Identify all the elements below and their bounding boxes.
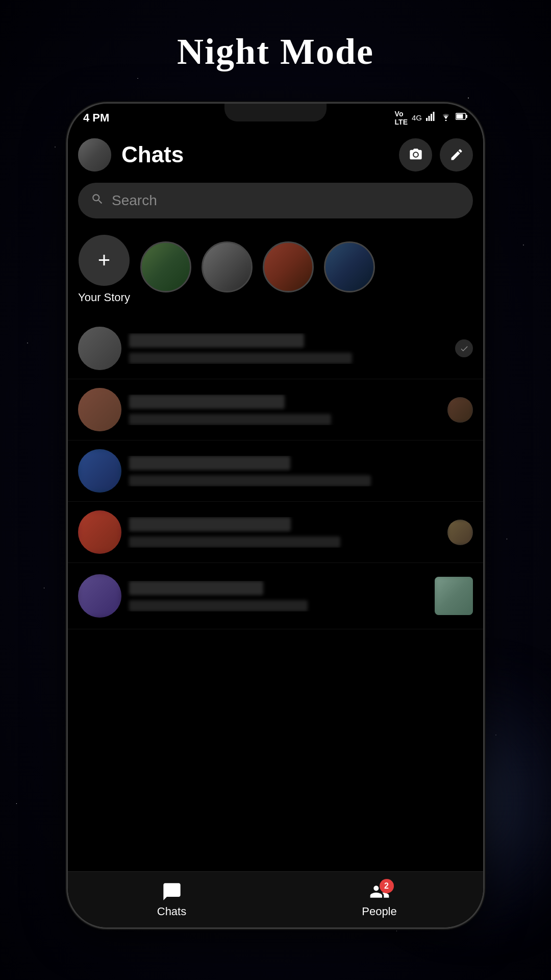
camera-button[interactable] xyxy=(399,138,432,172)
search-icon xyxy=(91,192,104,209)
svg-rect-7 xyxy=(457,114,463,119)
chat-avatar-5 xyxy=(78,574,121,618)
chat-message-4 xyxy=(129,536,340,548)
chat-avatar-2 xyxy=(78,388,121,431)
chat-avatar-3 xyxy=(78,449,121,493)
compose-button[interactable] xyxy=(440,138,473,172)
header-actions xyxy=(399,138,473,172)
phone-frame: 4 PM VoLTE 4G xyxy=(66,102,485,929)
chat-bubble-icon xyxy=(162,881,182,902)
battery-icon xyxy=(456,112,468,123)
chat-name-1 xyxy=(129,333,304,348)
chat-preview-image xyxy=(435,577,473,615)
story-avatar-4 xyxy=(324,241,375,292)
chat-message-3 xyxy=(129,475,371,486)
story-item[interactable] xyxy=(202,241,253,298)
svg-rect-0 xyxy=(426,118,428,121)
nav-item-chats[interactable]: Chats xyxy=(68,872,276,927)
add-story-button[interactable]: + xyxy=(79,235,130,286)
svg-rect-1 xyxy=(429,116,430,121)
story-item[interactable] xyxy=(263,241,314,298)
story-avatar-3 xyxy=(263,241,314,292)
chat-content-1 xyxy=(121,333,455,364)
your-story-label: Your Story xyxy=(78,291,130,304)
story-avatar-2 xyxy=(202,241,253,292)
your-story-item[interactable]: + Your Story xyxy=(78,235,130,304)
plus-icon: + xyxy=(98,250,111,271)
network-icon: 4G xyxy=(412,113,422,122)
chat-name-2 xyxy=(129,395,285,409)
header-title: Chats xyxy=(121,142,399,167)
svg-rect-3 xyxy=(433,112,435,121)
wifi-icon xyxy=(440,112,452,124)
status-icons: VoLTE 4G xyxy=(395,110,468,126)
svg-point-4 xyxy=(445,120,447,121)
nav-item-people[interactable]: 2 People xyxy=(276,872,483,927)
header-avatar[interactable] xyxy=(78,138,111,172)
chat-item[interactable] xyxy=(68,440,483,502)
chat-item[interactable] xyxy=(68,379,483,440)
bottom-nav: Chats 2 People xyxy=(68,871,483,927)
chat-avatar-1 xyxy=(78,327,121,370)
stories-row: + Your Story xyxy=(68,226,483,313)
chat-content-2 xyxy=(121,395,447,425)
search-placeholder: Search xyxy=(112,192,157,209)
people-badge: 2 xyxy=(380,879,394,893)
chat-content-5 xyxy=(121,581,435,611)
chat-name-3 xyxy=(129,456,290,470)
people-icon: 2 xyxy=(369,881,390,902)
chat-message-1 xyxy=(129,353,352,364)
chat-meta-5 xyxy=(435,577,473,615)
chat-item[interactable] xyxy=(68,318,483,379)
chat-meta-2 xyxy=(447,397,473,423)
chat-name-5 xyxy=(129,581,263,595)
nav-label-people: People xyxy=(362,905,397,918)
chat-name-4 xyxy=(129,517,291,531)
phone-screen: 4 PM VoLTE 4G xyxy=(68,104,483,927)
notch xyxy=(224,104,327,121)
search-bar[interactable]: Search xyxy=(78,183,473,218)
chat-message-5 xyxy=(129,600,308,611)
chat-meta-4 xyxy=(447,520,473,545)
story-item[interactable] xyxy=(324,241,375,298)
chat-avatar-4 xyxy=(78,510,121,554)
svg-rect-2 xyxy=(431,114,432,121)
page-title: Night Mode xyxy=(0,31,551,73)
chat-item[interactable] xyxy=(68,563,483,629)
chat-item[interactable] xyxy=(68,502,483,563)
chat-list xyxy=(68,318,483,871)
chat-content-4 xyxy=(121,517,447,548)
svg-rect-6 xyxy=(466,115,467,118)
app-header: Chats xyxy=(68,132,483,178)
status-time: 4 PM xyxy=(83,111,109,125)
read-check-1 xyxy=(455,339,473,357)
volte-icon: VoLTE xyxy=(395,110,408,126)
story-item[interactable] xyxy=(140,241,191,298)
signal-icon xyxy=(426,112,436,124)
chat-content-3 xyxy=(121,456,473,486)
nav-label-chats: Chats xyxy=(157,905,186,918)
chat-meta-1 xyxy=(455,339,473,357)
chat-message-2 xyxy=(129,414,331,425)
story-avatar-1 xyxy=(140,241,191,292)
